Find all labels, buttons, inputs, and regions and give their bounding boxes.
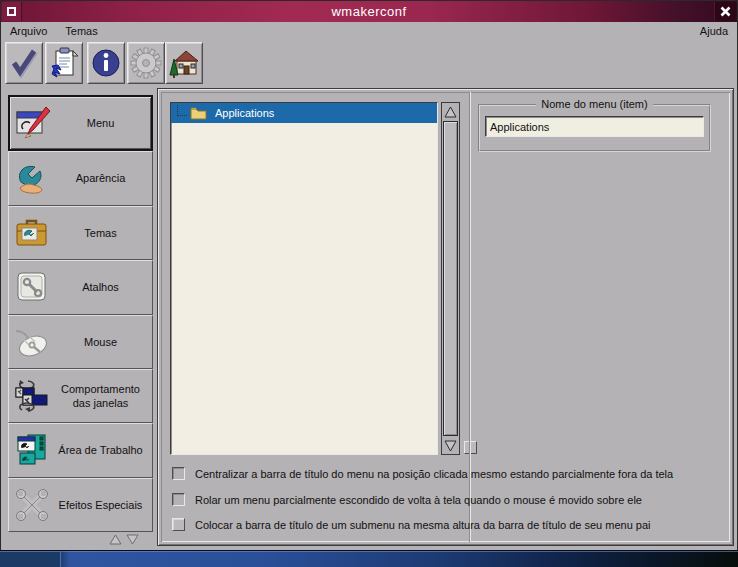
frame-title: Nome do menu (item)	[480, 98, 709, 110]
window-behavior-icon	[9, 378, 55, 414]
home-icon	[168, 47, 200, 79]
category-sidebar: Menu Aparência Temas	[8, 95, 153, 532]
align-submenu-checkbox[interactable]	[172, 518, 185, 531]
sidebar-item-label: Mouse	[55, 335, 152, 349]
about-button[interactable]	[87, 42, 125, 84]
sidebar-item-label: Efeitos Especiais	[55, 498, 152, 512]
window-title: wmakerconf	[1, 4, 737, 19]
scrollbar-thumb[interactable]	[443, 121, 458, 436]
option-row: Colocar a barra de título de um submenu …	[172, 518, 651, 531]
arrow-up-icon	[444, 106, 457, 118]
sidebar-item-label: Área de Trabalho	[55, 443, 152, 457]
menu-tree[interactable]: Applications	[170, 102, 438, 455]
window-menu-icon	[7, 7, 16, 16]
special-effects-icon	[9, 487, 55, 523]
tree-item-label: Applications	[215, 107, 274, 119]
menu-arquivo[interactable]: Arquivo	[1, 23, 56, 39]
desktop-bottom-bar	[0, 550, 738, 567]
option-row: Centralizar a barra de título do menu na…	[172, 467, 673, 480]
scrollbar-up-button[interactable]	[442, 103, 459, 120]
preferences-button[interactable]	[127, 42, 165, 84]
window-menu-button[interactable]	[2, 2, 22, 21]
themes-icon	[9, 215, 55, 251]
appearance-icon	[9, 161, 55, 197]
menu-item-name-input[interactable]	[485, 116, 704, 137]
scrollbar-down-button[interactable]	[442, 437, 459, 454]
wmakerconf-window: wmakerconf Arquivo Temas Ajuda	[0, 0, 738, 567]
info-icon	[90, 47, 122, 79]
workspace-icon	[9, 432, 55, 468]
scroll-up-icon[interactable]	[108, 533, 123, 546]
sidebar-item-label: Atalhos	[55, 280, 152, 294]
clipboard-icon	[48, 47, 80, 79]
menu-bar: Arquivo Temas Ajuda	[1, 22, 737, 39]
sidebar-scroll-arrows	[108, 533, 140, 546]
sidebar-item-efeitos-especiais[interactable]: Efeitos Especiais	[8, 478, 153, 532]
sidebar-item-label: Comportamento das janelas	[55, 382, 152, 411]
sidebar-item-area-de-trabalho[interactable]: Área de Trabalho	[8, 423, 153, 477]
sidebar-item-aparencia[interactable]: Aparência	[8, 151, 153, 205]
menu-item-name-frame: Nome do menu (item)	[478, 104, 711, 152]
checkmark-icon	[8, 47, 40, 79]
menu-ajuda[interactable]: Ajuda	[691, 23, 737, 39]
sidebar-item-label: Temas	[55, 226, 152, 240]
checkbox-label: Rolar um menu parcialmente escondido de …	[195, 494, 642, 506]
menu-settings-panel: Applications Nome do menu (item) Central	[157, 88, 734, 546]
bottom-bar-divider	[60, 551, 61, 567]
sidebar-item-atalhos[interactable]: Atalhos	[8, 260, 153, 314]
center-title-checkbox[interactable]	[172, 467, 185, 480]
menu-editor-icon	[10, 105, 56, 141]
option-row: Rolar um menu parcialmente escondido de …	[172, 493, 642, 506]
sidebar-item-label: Aparência	[55, 171, 152, 185]
close-button[interactable]	[714, 2, 736, 21]
folder-icon	[190, 106, 207, 120]
sidebar-item-mouse[interactable]: Mouse	[8, 315, 153, 369]
tree-expander[interactable]	[177, 105, 187, 116]
sidebar-item-menu[interactable]: Menu	[8, 95, 153, 151]
close-icon	[720, 6, 731, 17]
sidebar-item-label: Menu	[56, 116, 151, 130]
scroll-menu-checkbox[interactable]	[172, 493, 185, 506]
tree-scrollbar[interactable]	[441, 102, 460, 455]
home-button[interactable]	[165, 42, 203, 84]
title-bar[interactable]: wmakerconf	[1, 1, 737, 22]
checkbox-label: Centralizar a barra de título do menu na…	[195, 468, 673, 480]
revert-button[interactable]	[45, 42, 83, 84]
sidebar-item-comportamento-das-janelas[interactable]: Comportamento das janelas	[8, 369, 153, 423]
gear-icon	[130, 47, 162, 79]
mouse-icon	[9, 324, 55, 360]
scroll-down-icon[interactable]	[125, 533, 140, 546]
apply-button[interactable]	[5, 42, 43, 84]
shortcuts-icon	[9, 269, 55, 305]
arrow-down-icon	[444, 440, 457, 452]
tree-item-applications[interactable]: Applications	[171, 103, 437, 123]
checkbox-label: Colocar a barra de título de um submenu …	[195, 519, 651, 531]
menu-temas[interactable]: Temas	[56, 23, 106, 39]
sidebar-item-temas[interactable]: Temas	[8, 206, 153, 260]
